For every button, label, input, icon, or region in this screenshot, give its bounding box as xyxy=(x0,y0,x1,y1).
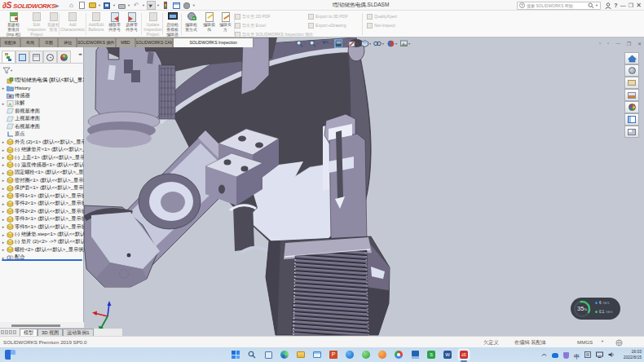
display-style-icon[interactable] xyxy=(360,39,368,48)
new-document-icon[interactable] xyxy=(77,1,86,10)
command-tab-sw-inspection[interactable]: SOLIDWORKS Inspection xyxy=(173,38,254,47)
status-tag-icon[interactable] xyxy=(615,339,623,347)
tree-horizontal-scrollbar[interactable] xyxy=(0,322,84,328)
taskbar-qq-icon[interactable] xyxy=(345,350,355,360)
apply-scene-dropdown-icon[interactable]: ▾ xyxy=(408,42,412,46)
section-view-icon[interactable] xyxy=(334,39,342,48)
ribbon-item-export-2d-pdf[interactable]: 导出至 2D PDF xyxy=(235,13,278,20)
doc-minimize-icon[interactable]: — xyxy=(615,41,620,46)
panel-tab-displaymanager[interactable] xyxy=(57,51,71,63)
save-icon[interactable] xyxy=(103,1,112,10)
taskbar-mail-icon[interactable] xyxy=(312,350,322,360)
ribbon-item-net-inspect[interactable]: Net-Inspect xyxy=(367,22,401,29)
ribbon-item-qualityxpert[interactable]: QualityXpert xyxy=(367,13,404,20)
ribbon-button-add-characteristic[interactable]: AddCharacteristic xyxy=(60,11,85,37)
zoom-to-area-icon[interactable] xyxy=(308,39,316,48)
save-dropdown-icon[interactable]: ▼ xyxy=(112,3,116,7)
doc-cascade-icon[interactable]: ▫ xyxy=(607,41,609,46)
expand-arrow-icon[interactable]: ▸ xyxy=(0,201,7,206)
taskbar-widgets-icon[interactable] xyxy=(5,350,15,360)
expand-arrow-icon[interactable]: ▸ xyxy=(0,170,7,175)
print-icon[interactable] xyxy=(117,1,126,10)
tree-item[interactable]: ▸零件1<1> (默认<<默认>_显示状态 xyxy=(0,192,84,200)
tree-item[interactable]: ▸A注解 xyxy=(0,99,84,107)
expand-arrow-icon[interactable]: ▸ xyxy=(0,247,7,252)
zoom-to-fit-dropdown-icon[interactable]: ▾ xyxy=(304,42,307,46)
view-settings-icon[interactable] xyxy=(161,1,170,10)
taskbar-file-explorer-icon[interactable] xyxy=(296,350,306,360)
cad-model[interactable] xyxy=(0,38,644,336)
ribbon-button-edit-operation[interactable]: 编辑操作 xyxy=(201,11,217,37)
tree-item[interactable]: ▸(-) 垫片 (2)<2> ->? (默认<<默认 xyxy=(0,238,84,245)
status-units-dropdown-icon[interactable]: ▼ xyxy=(601,339,604,343)
expand-arrow-icon[interactable]: ▸ xyxy=(0,178,7,183)
doc-new-window-icon[interactable]: ▫ xyxy=(599,41,601,46)
previous-view-icon[interactable] xyxy=(321,39,329,48)
tray-security-shield-icon[interactable] xyxy=(563,351,569,359)
tray-volume-icon[interactable] xyxy=(608,351,615,358)
expand-arrow-icon[interactable]: ▸ xyxy=(0,193,7,198)
expand-arrow-icon[interactable]: ▸ xyxy=(0,101,7,106)
ribbon-button-new-inspection-item[interactable]: 新建检查项 xyxy=(47,11,60,37)
panel-tab-dimxpertmanager[interactable] xyxy=(43,51,57,63)
taskbar-solidworks-icon[interactable]: ∂S xyxy=(459,350,469,360)
tree-item[interactable]: 右视基准面 xyxy=(0,123,84,130)
select-dropdown-icon[interactable]: ▼ xyxy=(157,3,160,7)
ribbon-item-export-excel[interactable]: 导出至 Excel xyxy=(235,22,272,29)
expand-arrow-icon[interactable]: ▸ xyxy=(0,162,7,167)
command-tab-sw-cam[interactable]: SOLIDWORKS CAM xyxy=(135,38,173,47)
minimize-button[interactable]: — xyxy=(620,2,626,8)
menu-expand-arrow[interactable]: ▶ xyxy=(55,2,60,8)
ribbon-button-edit-inspection-method[interactable]: +编辑检查方式 xyxy=(182,11,201,37)
tree-item[interactable]: ▸(-) 温度传感器<1> (默认<<默认>_ xyxy=(0,161,84,169)
ribbon-button-remove-balloon-sequence[interactable]: 移除零件序号 xyxy=(106,11,123,37)
hide-show-items-icon[interactable] xyxy=(373,39,382,48)
open-icon[interactable] xyxy=(88,1,97,10)
ribbon-button-select-balloon-sequence[interactable]: 选择零件序号 xyxy=(123,11,140,37)
taskbar-powerpoint-icon[interactable]: P xyxy=(329,350,338,360)
expand-arrow-icon[interactable]: ▸ xyxy=(0,240,7,245)
ribbon-item-export-3d-pdf[interactable]: Export to 3D PDF xyxy=(308,13,357,20)
taskbar-wps-icon[interactable]: S xyxy=(426,350,436,360)
zoom-to-area-dropdown-icon[interactable]: ▾ xyxy=(317,42,320,46)
tree-item[interactable]: ▸零件3<1> (默认<<默认>_显示状态 xyxy=(0,215,84,223)
tree-item[interactable]: ▸零件2<2> (默认<<默认>_显示状态 xyxy=(0,208,84,215)
task-pane-solidworks-resources-icon[interactable] xyxy=(624,64,639,77)
tree-item[interactable]: ▸(-) 绝缘垫.step<1> (默认<<默认 xyxy=(0,231,84,238)
help-icon[interactable]: ? xyxy=(614,2,617,8)
taskbar-search-icon[interactable] xyxy=(247,350,257,360)
task-pane-design-library-icon[interactable] xyxy=(624,89,639,101)
command-tab-layout[interactable]: 布局 xyxy=(20,38,39,47)
taskbar-start-icon[interactable] xyxy=(231,350,240,360)
expand-arrow-icon[interactable]: ▸ xyxy=(0,217,7,222)
ribbon-button-new-inspection-project[interactable]: 新建检查项目(imp.检) xyxy=(2,11,25,37)
undo-icon[interactable]: ↶ xyxy=(132,1,141,10)
select-icon[interactable]: ➤ xyxy=(147,1,156,10)
expand-arrow-icon[interactable]: ▸ xyxy=(0,232,7,237)
tree-item[interactable]: 传感器 xyxy=(0,92,84,99)
doc-close-icon[interactable]: ✕ xyxy=(637,41,642,46)
tree-item[interactable]: 原点 xyxy=(0,130,84,138)
tab-scroll-buttons[interactable] xyxy=(0,329,20,336)
sketch-visibility-dropdown-icon[interactable]: ▾ xyxy=(356,42,359,46)
bottom-tab-model[interactable]: 模型 xyxy=(20,329,37,336)
expand-arrow-icon[interactable]: ▸ xyxy=(0,148,7,152)
tree-item[interactable]: ▸(-) 绝缘垫片<1> (默认<<默认>_显 xyxy=(0,146,84,153)
panel-tab-featuremanager[interactable] xyxy=(2,51,15,63)
tray-tray-expand-icon[interactable] xyxy=(541,352,547,358)
edit-appearance-icon[interactable] xyxy=(386,39,395,48)
tree-item[interactable]: ▸外壳 (2)<1> (默认<<默认>_显示状 xyxy=(0,139,84,146)
options-icon[interactable] xyxy=(183,1,192,10)
net-speed-gauge[interactable]: 35% 6KB/S 0.1KB/S xyxy=(571,298,620,320)
bottom-tab-3d-views[interactable]: 3D 视图 xyxy=(37,329,63,336)
tray-onedrive-icon[interactable] xyxy=(552,351,558,358)
apply-scene-icon[interactable] xyxy=(399,39,408,48)
tree-filter[interactable]: ▼ xyxy=(2,66,82,75)
previous-view-dropdown-icon[interactable]: ▾ xyxy=(330,42,333,46)
taskbar-word-icon[interactable]: W xyxy=(443,350,452,360)
status-units[interactable]: MMGS xyxy=(577,339,593,345)
home-icon[interactable]: ⌂ xyxy=(67,1,76,10)
expand-arrow-icon[interactable]: ▸ xyxy=(0,209,7,214)
tree-item[interactable]: ▸零件2<1> (默认<<默认>_显示状态 xyxy=(0,200,84,207)
taskbar-browser360-icon[interactable] xyxy=(377,350,387,360)
